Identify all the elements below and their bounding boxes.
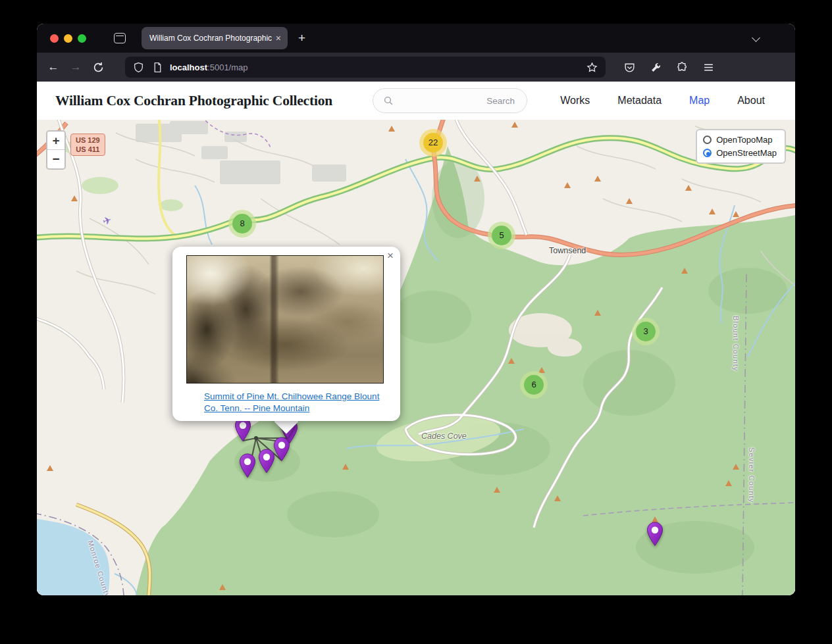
close-window-button[interactable] <box>50 34 59 43</box>
layer-option-openstreetmap[interactable]: OpenStreetMap <box>703 148 777 158</box>
map-pin-marker[interactable] <box>239 453 256 478</box>
cluster-count: 8 <box>232 214 252 234</box>
town-label-townsend: Townsend <box>549 246 586 255</box>
wrench-icon[interactable] <box>650 62 662 73</box>
layer-option-opentopomap[interactable]: OpenTopoMap <box>703 135 777 145</box>
pocket-icon[interactable] <box>624 62 635 73</box>
cluster-count: 6 <box>524 375 544 395</box>
search-icon <box>384 96 393 105</box>
nav-item-metadata[interactable]: Metadata <box>617 95 662 107</box>
popup-title-link[interactable]: Summit of Pine Mt. Chilhowee Range Bloun… <box>204 391 388 414</box>
map-canvas[interactable]: US 129 US 411 Townsend Cades Cove Blount… <box>37 120 795 595</box>
minimize-window-button[interactable] <box>64 34 72 43</box>
popup-close-icon[interactable]: × <box>387 249 394 262</box>
extensions-puzzle-icon[interactable] <box>677 62 688 73</box>
reload-button[interactable] <box>87 62 109 73</box>
url-bar[interactable]: localhost:5001/map <box>125 57 606 78</box>
browser-toolbar: ← → localhost:5001/map <box>37 53 795 82</box>
bookmark-star-icon[interactable] <box>586 62 598 73</box>
tab-close-icon[interactable]: × <box>274 33 282 43</box>
us-route-shield: US 129 US 411 <box>70 134 105 156</box>
radio-openstreetmap[interactable] <box>703 149 712 157</box>
zoom-control: + − <box>46 130 66 170</box>
tab-bar: William Cox Cochran Photographic C × + <box>37 24 795 53</box>
site-title: William Cox Cochran Photographic Collect… <box>55 93 332 109</box>
new-tab-button[interactable]: + <box>298 31 305 45</box>
search-box[interactable] <box>373 88 527 113</box>
menu-hamburger-icon[interactable] <box>703 62 714 73</box>
map-cluster[interactable]: 5 <box>488 222 515 249</box>
cluster-count: 3 <box>636 322 656 341</box>
photo-popup: Summit of Pine Mt. Chilhowee Range Bloun… <box>172 247 400 421</box>
toolbar-icons <box>624 62 714 73</box>
layer-label-opentopomap: OpenTopoMap <box>716 135 772 145</box>
layer-label-openstreetmap: OpenStreetMap <box>716 148 777 158</box>
basemap[interactable] <box>37 120 795 595</box>
firefox-view-icon[interactable] <box>114 33 126 43</box>
url-path: :5001/map <box>207 62 247 72</box>
map-pin-marker[interactable] <box>273 437 290 462</box>
layer-control: OpenTopoMap OpenStreetMap <box>696 129 786 164</box>
cluster-count: 5 <box>492 226 511 245</box>
maximize-window-button[interactable] <box>78 34 86 43</box>
map-pin-marker[interactable] <box>646 522 663 547</box>
page-info-icon[interactable] <box>152 62 163 73</box>
radio-opentopomap[interactable] <box>703 136 712 144</box>
site-header: William Cox Cochran Photographic Collect… <box>37 82 795 120</box>
back-button[interactable]: ← <box>42 61 65 74</box>
forward-button[interactable]: → <box>65 61 87 74</box>
shield-icon[interactable] <box>133 62 144 73</box>
map-cluster[interactable]: 22 <box>419 129 447 157</box>
main-nav: Works Metadata Map About <box>560 95 795 107</box>
tab-list-chevron-icon[interactable] <box>752 34 760 42</box>
url-host: localhost <box>170 62 207 72</box>
map-pin-marker[interactable] <box>258 449 275 474</box>
valley-label-cades-cove: Cades Cove <box>421 432 467 441</box>
map-cluster[interactable]: 8 <box>228 210 256 237</box>
county-label-blount: Blount County <box>732 316 740 372</box>
url-text: localhost:5001/map <box>170 62 248 72</box>
nav-item-about[interactable]: About <box>737 95 765 107</box>
browser-window: William Cox Cochran Photographic C × + ←… <box>37 24 795 595</box>
county-label-sevier: Sevier County <box>748 447 756 503</box>
map-cluster[interactable]: 6 <box>520 371 548 399</box>
tab-title: William Cox Cochran Photographic C <box>149 34 274 43</box>
photo-thumbnail[interactable] <box>186 255 384 384</box>
zoom-out-button[interactable]: − <box>47 150 65 168</box>
browser-tab[interactable]: William Cox Cochran Photographic C × <box>142 27 288 49</box>
screen: William Cox Cochran Photographic C × + ←… <box>0 0 832 644</box>
map-cluster[interactable]: 3 <box>632 318 660 345</box>
nav-item-map[interactable]: Map <box>689 95 710 107</box>
nav-item-works[interactable]: Works <box>560 95 590 107</box>
search-input[interactable] <box>393 95 516 107</box>
traffic-lights <box>50 34 86 43</box>
zoom-in-button[interactable]: + <box>47 132 65 150</box>
cluster-count: 22 <box>423 133 443 153</box>
